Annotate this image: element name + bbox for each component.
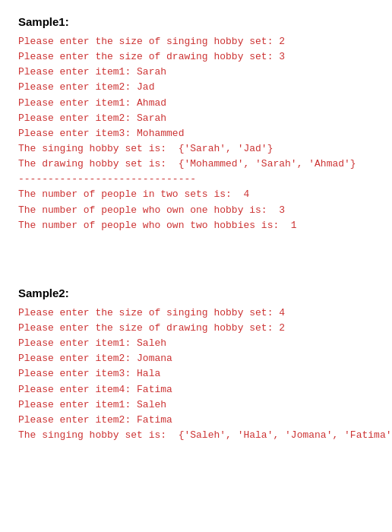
code-line: Please enter the size of drawing hobby s… <box>18 49 374 65</box>
code-line: The number of people in two sets is: 4 <box>18 187 374 202</box>
sample1-title: Sample1: <box>18 15 374 28</box>
code-line: Please enter item2: Sarah <box>18 111 374 126</box>
code-line: Please enter the size of singing hobby s… <box>18 306 374 321</box>
sample1-section: Sample1: Please enter the size of singin… <box>18 15 374 233</box>
code-line: Please enter item1: Sarah <box>18 65 374 80</box>
code-line: Please enter item2: Fatima <box>18 413 374 428</box>
code-line: The singing hobby set is: {'Saleh', 'Hal… <box>18 428 374 443</box>
code-line: The number of people who own one hobby i… <box>18 203 374 218</box>
code-line: The drawing hobby set is: {'Mohammed', '… <box>18 157 374 172</box>
code-line: Please enter item2: Jad <box>18 80 374 95</box>
code-line: Please enter item1: Saleh <box>18 336 374 351</box>
code-line: Please enter the size of singing hobby s… <box>18 34 374 49</box>
code-line: Please enter item3: Hala <box>18 366 374 382</box>
code-line: Please enter item1: Ahmad <box>18 96 374 111</box>
code-line: Please enter item4: Fatima <box>18 382 374 397</box>
code-line: The singing hobby set is: {'Sarah', 'Jad… <box>18 141 374 157</box>
code-line: Please enter item2: Jomana <box>18 351 374 366</box>
code-line: Please enter item3: Mohammed <box>18 126 374 141</box>
code-line: The number of people who own two hobbies… <box>18 218 374 233</box>
sample2-title: Sample2: <box>18 287 374 299</box>
sample2-section: Sample2: Please enter the size of singin… <box>18 287 374 443</box>
sample1-code-block: Please enter the size of singing hobby s… <box>18 34 374 233</box>
code-line: Please enter the size of drawing hobby s… <box>18 321 374 336</box>
code-line: Please enter item1: Saleh <box>18 397 374 413</box>
spacer <box>18 264 374 287</box>
sample2-code-block: Please enter the size of singing hobby s… <box>18 306 374 443</box>
code-line: ------------------------------ <box>18 172 374 187</box>
